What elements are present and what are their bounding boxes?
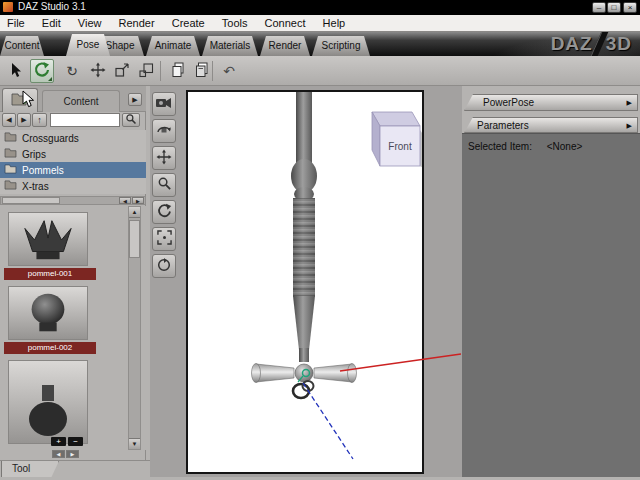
camera-view-button[interactable]: [152, 92, 176, 116]
vscroll-thumb[interactable]: [129, 220, 140, 258]
thumb-hscroll-left-button[interactable]: ◀: [52, 450, 65, 458]
node-select-tool-button[interactable]: [4, 59, 28, 83]
orbit-tool-button[interactable]: ↻: [60, 59, 84, 83]
thumb-zoom-in-button[interactable]: +: [51, 437, 66, 446]
search-input[interactable]: [50, 113, 120, 127]
orbit-camera-button[interactable]: [152, 119, 176, 143]
vscroll-up-button[interactable]: ▲: [129, 207, 140, 218]
daz3d-logo: DAZ 3D: [551, 32, 632, 56]
tab-pose[interactable]: Pose: [66, 34, 110, 56]
view-cube-label: Front: [388, 141, 412, 152]
menu-tools[interactable]: Tools: [215, 15, 255, 31]
sword-model-render: Front: [188, 92, 422, 472]
transform-tool-button[interactable]: [110, 59, 134, 83]
zoom-camera-button[interactable]: [152, 173, 176, 197]
thumbnail-vscrollbar[interactable]: ▲ ▼: [128, 206, 141, 450]
tab-materials[interactable]: Materials: [202, 36, 258, 56]
content-panel: Content ▶ ◀ ▶ ↑ Crossguards Grips: [0, 86, 146, 460]
folder-icon: [4, 180, 17, 192]
undo-button[interactable]: ↶: [217, 59, 241, 83]
asset-label[interactable]: pommel-002: [4, 342, 96, 354]
search-icon: [125, 113, 137, 128]
scene-canvas[interactable]: Front: [186, 90, 424, 474]
menu-create[interactable]: Create: [165, 15, 212, 31]
content-pane-tab[interactable]: Content: [42, 90, 120, 112]
folder-item-crossguards[interactable]: Crossguards: [0, 130, 146, 146]
maximize-button[interactable]: □: [607, 2, 621, 13]
magnifier-icon: [157, 176, 172, 194]
asset-thumbnail-pommel-002[interactable]: [8, 286, 88, 340]
rotate-camera-button[interactable]: [152, 200, 176, 224]
nav-back-button[interactable]: ◀: [2, 113, 16, 127]
toolbar-separator-2: [212, 61, 213, 81]
folder-view-tab[interactable]: [2, 88, 38, 112]
folder-item-x-tras[interactable]: X-tras: [0, 178, 146, 194]
folder-label: Crossguards: [22, 133, 79, 144]
selected-item-row: Selected Item: <None>: [462, 134, 640, 152]
hscroll-left-button[interactable]: ◀: [119, 197, 131, 204]
pommel-sphere-image: [9, 329, 87, 341]
reset-camera-button[interactable]: [152, 254, 176, 278]
folder-list-hscrollbar[interactable]: ◀ ▶: [0, 196, 146, 205]
menu-connect[interactable]: Connect: [258, 15, 313, 31]
rotate-tool-button-active[interactable]: [30, 59, 54, 83]
menu-help[interactable]: Help: [316, 15, 353, 31]
menu-view[interactable]: View: [71, 15, 109, 31]
selected-item-value: <None>: [547, 141, 583, 152]
tab-animate[interactable]: Animate: [146, 36, 200, 56]
frame-object-button[interactable]: [152, 227, 176, 251]
window-title: DAZ Studio 3.1: [18, 1, 86, 12]
orbit-icon: [156, 122, 172, 141]
folder-item-grips[interactable]: Grips: [0, 146, 146, 162]
folder-label: X-tras: [22, 181, 49, 192]
tool-pane-tab[interactable]: Tool: [1, 461, 59, 478]
tab-content[interactable]: Content: [0, 36, 44, 56]
folder-list: Crossguards Grips Pommels X-tras: [0, 130, 146, 194]
pan-camera-button[interactable]: [152, 146, 176, 170]
menu-file[interactable]: File: [0, 15, 32, 31]
nav-up-button[interactable]: ↑: [32, 113, 47, 127]
powerpose-pane-bar[interactable]: PowerPose ▶: [464, 94, 638, 111]
scale-tool-button[interactable]: [134, 59, 158, 83]
menu-edit[interactable]: Edit: [35, 15, 68, 31]
right-panel: PowerPose ▶ Parameters ▶ Selected Item: …: [462, 86, 640, 480]
frame-corners-icon: [157, 230, 172, 248]
main-toolbar: ↻ ↶: [0, 56, 640, 86]
powerpose-expand-arrow-icon[interactable]: ▶: [627, 95, 632, 111]
translate-tool-button[interactable]: [86, 59, 110, 83]
selected-item-label: Selected Item:: [468, 141, 532, 152]
activity-tab-bar: Content Pose Shape Animate Materials Ren…: [0, 32, 640, 56]
close-button[interactable]: ×: [623, 2, 637, 13]
hscroll-right-button[interactable]: ▶: [132, 197, 144, 204]
asset-label[interactable]: pommel-001: [4, 268, 96, 280]
nav-forward-button[interactable]: ▶: [17, 113, 31, 127]
thumb-hscroll-right-button[interactable]: ▶: [66, 450, 79, 458]
asset-thumbnail-partial[interactable]: + −: [8, 360, 88, 444]
parameters-pane-bar[interactable]: Parameters ▶: [464, 117, 638, 133]
menu-render[interactable]: Render: [112, 15, 162, 31]
pommel-crown-image: [9, 255, 87, 267]
home-orbit-icon: [156, 257, 172, 276]
view-cube[interactable]: Front: [372, 112, 422, 170]
pane-menu-arrow-button[interactable]: ▶: [128, 93, 142, 106]
duplicate-button[interactable]: [190, 59, 214, 83]
tab-render[interactable]: Render: [260, 36, 310, 56]
copy-button[interactable]: [166, 59, 190, 83]
content-nav-row: ◀ ▶ ↑: [0, 112, 146, 130]
folder-icon: [4, 164, 17, 176]
open-folder-icon: [11, 93, 29, 108]
folder-icon: [4, 148, 17, 160]
parameters-content: Selected Item: <None>: [462, 133, 640, 480]
vscroll-down-button[interactable]: ▼: [129, 438, 140, 449]
tab-scripting[interactable]: Scripting: [312, 36, 370, 56]
folder-item-pommels[interactable]: Pommels: [0, 162, 146, 178]
asset-thumbnail-pommel-001[interactable]: [8, 212, 88, 266]
hscroll-thumb[interactable]: [2, 197, 60, 204]
parameters-expand-arrow-icon[interactable]: ▶: [627, 118, 632, 133]
thumbnail-hscrollbar[interactable]: ◀ ▶: [0, 450, 146, 459]
box-arrow-icon: [114, 62, 130, 81]
duplicate-pages-icon: [194, 62, 210, 81]
minimize-button[interactable]: –: [592, 2, 606, 13]
search-button[interactable]: [122, 113, 140, 127]
thumb-zoom-out-button[interactable]: −: [68, 437, 83, 446]
